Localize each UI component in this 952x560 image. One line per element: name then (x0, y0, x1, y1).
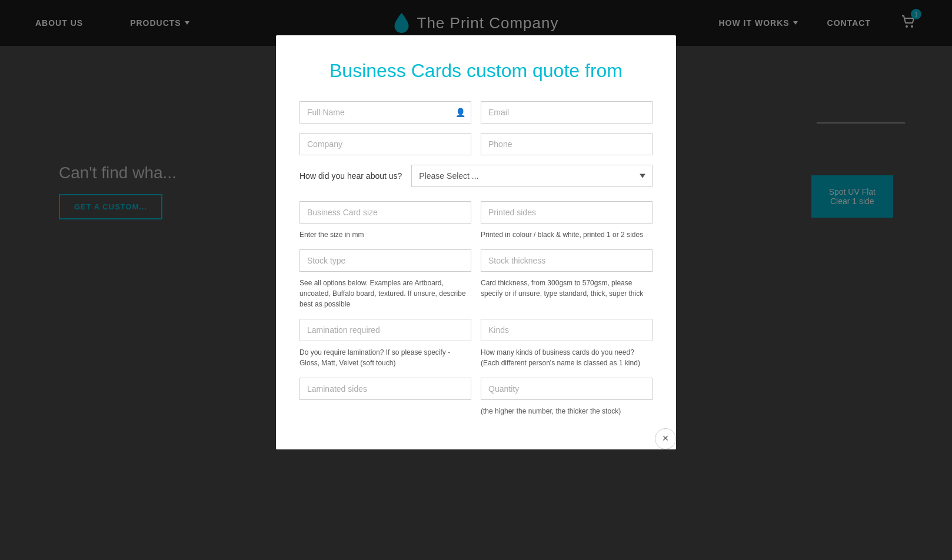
person-icon: 👤 (455, 108, 465, 117)
quantity-col: (the higher the number, the thicker the … (481, 378, 653, 416)
laminated-sides-input[interactable] (299, 378, 471, 400)
lamination-help: Do you require lamination? If so please … (299, 347, 471, 368)
phone-col (481, 133, 653, 155)
stock-type-help: See all options below. Examples are Artb… (299, 278, 471, 309)
modal-content: Business Cards custom quote from 👤 (276, 35, 676, 449)
name-email-row: 👤 (299, 101, 653, 124)
full-name-col: 👤 (299, 101, 471, 124)
stock-type-input[interactable] (299, 249, 471, 272)
lamination-kinds-row: Do you require lamination? If so please … (299, 319, 653, 368)
stock-thickness-input[interactable] (481, 249, 653, 272)
lamination-input[interactable] (299, 319, 471, 341)
stock-type-thickness-row: See all options below. Examples are Artb… (299, 249, 653, 309)
quantity-input[interactable] (481, 378, 653, 400)
modal-overlay: Business Cards custom quote from 👤 (0, 0, 952, 560)
card-size-col: Enter the size in mm (299, 201, 471, 240)
stock-thickness-col: Card thickness, from 300gsm to 570gsm, p… (481, 249, 653, 309)
hear-select-wrap: Please Select ... Google Facebook Friend… (411, 165, 653, 187)
modal-close-button[interactable]: × (655, 428, 676, 449)
card-size-help: Enter the size in mm (299, 229, 471, 240)
hear-select[interactable]: Please Select ... Google Facebook Friend… (411, 165, 653, 187)
lamination-col: Do you require lamination? If so please … (299, 319, 471, 368)
company-col (299, 133, 471, 155)
quantity-help: (the higher the number, the thicker the … (481, 406, 653, 416)
stock-type-col: See all options below. Examples are Artb… (299, 249, 471, 309)
card-size-input[interactable] (299, 201, 471, 224)
phone-input[interactable] (481, 133, 653, 155)
laminated-sides-col (299, 378, 471, 416)
printed-sides-col: Printed in colour / black & white, print… (481, 201, 653, 240)
stock-thickness-help: Card thickness, from 300gsm to 570gsm, p… (481, 278, 653, 299)
printed-sides-input[interactable] (481, 201, 653, 224)
full-name-wrap: 👤 (299, 101, 471, 124)
hear-about-row: How did you hear about us? Please Select… (299, 165, 653, 187)
modal-title: Business Cards custom quote from (299, 59, 653, 84)
full-name-input[interactable] (299, 101, 471, 124)
card-size-printed-row: Enter the size in mm Printed in colour /… (299, 201, 653, 240)
modal: Business Cards custom quote from 👤 (276, 35, 676, 449)
printed-sides-help: Printed in colour / black & white, print… (481, 229, 653, 240)
laminated-sides-quantity-row: (the higher the number, the thicker the … (299, 378, 653, 416)
kinds-col: How many kinds of business cards do you … (481, 319, 653, 368)
kinds-input[interactable] (481, 319, 653, 341)
kinds-help: How many kinds of business cards do you … (481, 347, 653, 368)
email-col (481, 101, 653, 124)
company-input[interactable] (299, 133, 471, 155)
hear-label: How did you hear about us? (299, 171, 402, 181)
company-phone-row (299, 133, 653, 155)
email-input[interactable] (481, 101, 653, 124)
